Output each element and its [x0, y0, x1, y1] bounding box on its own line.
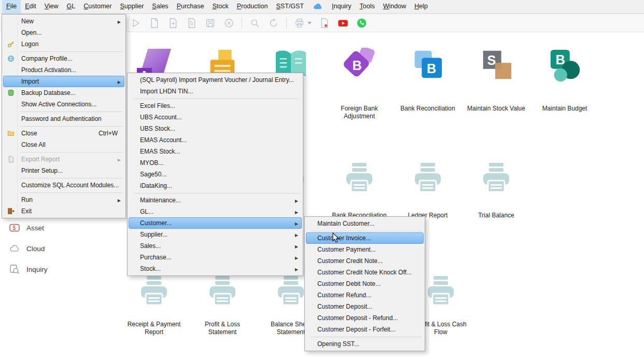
import-menu-item-sage50[interactable]: Sage50... [129, 169, 302, 180]
customer-menu-item-customer-refund[interactable]: Customer Refund... [306, 289, 424, 301]
customer-menu-item-customer-payment[interactable]: Customer Payment... [306, 244, 424, 255]
tile-bank-reconciliation[interactable]: Bank Reconciliation [396, 48, 460, 113]
menubar-item-help[interactable]: Help [410, 0, 432, 13]
file-menu-item-show-active-connections[interactable]: Show Active Connections... [3, 99, 124, 110]
customer-menu-item-deposit-refund[interactable]: Customer Deposit - Refund... [306, 312, 424, 324]
file-menu-item-close-all[interactable]: Close All [3, 139, 124, 150]
tile-trial-balance[interactable]: Trial Balance [464, 161, 528, 219]
tile-foreign-bank-adjustment[interactable]: Foreign Bank Adjustment [327, 48, 391, 120]
entry-doc-icon[interactable] [186, 17, 198, 29]
menubar-item-window[interactable]: Window [379, 0, 410, 13]
import-menu-item-stock[interactable]: Stock...▶ [129, 263, 302, 274]
file-menu-item-export-report[interactable]: Export Report▶ [3, 154, 124, 165]
menubar-item-tools[interactable]: Tools [356, 0, 379, 13]
tile-ledger-report[interactable]: Ledger Report [396, 161, 460, 219]
tile-label: Bank Reconciliation [396, 105, 460, 113]
customer-menu-item-customer-debit-note[interactable]: Customer Debit Note... [306, 278, 424, 289]
customer-menu-item-customer-invoice[interactable]: Customer Invoice... [306, 232, 424, 244]
submenu-arrow-icon: ▶ [118, 77, 121, 88]
customer-menu-item-maintain-customer[interactable]: Maintain Customer... [306, 218, 424, 229]
sidebar-item-cloud[interactable]: Cloud [9, 241, 45, 256]
import-menu-item-ubs-stock[interactable]: UBS Stock... [129, 123, 302, 134]
import-menu-item-supplier[interactable]: Supplier...▶ [129, 229, 302, 240]
menubar-item-supplier[interactable]: Supplier [116, 0, 148, 13]
menubar-item-customer[interactable]: Customer [79, 0, 116, 13]
customer-menu-item-opening-sst[interactable]: Opening SST... [306, 338, 424, 350]
tile-receipt-payment-report[interactable]: Receipt & Payment Report [122, 274, 186, 336]
tile-maintain-budget[interactable]: Maintain Budget [533, 48, 597, 113]
menubar-item-view[interactable]: View [40, 0, 63, 13]
asset-icon [9, 223, 20, 233]
file-menu-item-import[interactable]: Import▶ [3, 76, 124, 87]
sidebar-item-inquiry[interactable]: Inquiry [9, 261, 48, 277]
import-menu-item-sql-payroll[interactable]: (SQL Payroll) Import Payment Voucher / J… [129, 74, 302, 86]
search-icon[interactable] [249, 17, 261, 29]
file-menu-item-password-authentication[interactable]: Password and Authentication [3, 113, 124, 125]
import-menu-item-maintenance[interactable]: Maintenance...▶ [129, 195, 302, 206]
tile-label: Profit & Loss Statement [190, 321, 255, 336]
file-menu-item-backup-database[interactable]: Backup Database... [3, 87, 124, 99]
import-menu-item-myob[interactable]: MYOB... [129, 157, 302, 169]
customer-menu-item-deposit-forfeit[interactable]: Customer Deposit - Forfeit... [306, 324, 424, 335]
menubar-item-sales[interactable]: Sales [148, 0, 172, 13]
sidebar-item-asset[interactable]: Asset [9, 220, 44, 236]
run-icon[interactable] [130, 17, 142, 29]
import-menu-item-lhdn-tin[interactable]: Import LHDN TIN... [129, 86, 302, 97]
menubar-item-file[interactable]: File [2, 0, 21, 13]
submenu-arrow-icon: ▶ [295, 241, 298, 252]
tile-bank-reconciliation-report[interactable]: Bank Reconciliation [327, 161, 391, 219]
import-menu-item-purchase[interactable]: Purchase...▶ [129, 252, 302, 263]
file-menu-item-exit[interactable]: Exit [3, 205, 124, 217]
import-menu-item-excel-files[interactable]: Excel Files... [129, 100, 302, 112]
import-menu-item-emas-account[interactable]: EMAS Account... [129, 134, 302, 146]
file-menu-item-open[interactable]: Open... [3, 27, 124, 38]
menubar-item-sst-gst[interactable]: SST/GST [272, 0, 309, 13]
submenu-arrow-icon: ▶ [295, 196, 298, 206]
menubar-item-stock[interactable]: Stock [208, 0, 232, 13]
import-menu-item-sales[interactable]: Sales...▶ [129, 240, 302, 252]
printer-icon [137, 274, 171, 307]
file-menu-item-logon[interactable]: Logon [3, 38, 124, 50]
file-menu-item-customize-modules[interactable]: Customize SQL Account Modules... [3, 180, 124, 191]
menubar-item-inquiry[interactable]: Inquiry [328, 0, 356, 13]
import-menu-item-customer[interactable]: Customer...▶ [129, 217, 302, 229]
menubar-item-purchase[interactable]: Purchase [173, 0, 208, 13]
refresh-icon[interactable] [268, 17, 279, 29]
import-doc-icon[interactable] [148, 17, 160, 29]
menu-separator [20, 126, 123, 127]
print-dropdown-icon[interactable] [307, 22, 312, 24]
customer-menu-item-customer-credit-note[interactable]: Customer Credit Note... [306, 255, 424, 267]
menubar-item-gl[interactable]: GL [63, 0, 80, 13]
cancel-icon[interactable] [223, 17, 235, 29]
sidebar-item-label: Inquiry [26, 266, 48, 273]
menubar-item-production[interactable]: Production [233, 0, 272, 13]
toolbar-separator [242, 18, 242, 28]
tile-profit-loss-statement[interactable]: Profit & Loss Statement [190, 274, 255, 336]
printer-icon [343, 161, 376, 194]
import-menu-item-emas-stock[interactable]: EMAS Stock... [129, 146, 302, 157]
import-menu-item-idataking[interactable]: iDataKing... [129, 180, 302, 191]
file-menu-item-new[interactable]: New▶ [3, 16, 124, 27]
bank-reconciliation-icon [410, 48, 446, 84]
menu-separator [311, 231, 422, 231]
youtube-icon[interactable] [337, 17, 349, 29]
import-menu-item-ubs-account[interactable]: UBS Account... [129, 112, 302, 123]
file-menu-item-company-profile[interactable]: Company Profile... [3, 53, 124, 64]
whatsapp-icon[interactable] [356, 17, 368, 29]
customer-menu-item-credit-note-knock-off[interactable]: Customer Credit Note Knock Off... [306, 267, 424, 278]
tile-label: Receipt & Payment Report [122, 321, 186, 336]
menubar-item-edit[interactable]: Edit [21, 0, 40, 13]
journal-doc-icon[interactable] [167, 17, 179, 29]
save-icon[interactable] [204, 17, 216, 29]
file-menu-item-run[interactable]: Run▶ [3, 194, 124, 205]
print-icon[interactable] [293, 17, 305, 29]
tile-maintain-stock-value[interactable]: Maintain Stock Value [464, 48, 528, 113]
report-icon[interactable] [318, 17, 330, 29]
import-menu-item-gl[interactable]: GL...▶ [129, 206, 302, 217]
file-menu-item-close[interactable]: CloseCtrl+W [3, 128, 124, 139]
customer-menu-item-customer-deposit[interactable]: Customer Deposit... [306, 301, 424, 312]
tile-label: Maintain Stock Value [464, 105, 528, 113]
cloud-icon[interactable] [308, 0, 328, 13]
file-menu-item-printer-setup[interactable]: Printer Setup... [3, 165, 124, 176]
file-menu-item-product-activation[interactable]: Product Activation... [3, 64, 124, 76]
